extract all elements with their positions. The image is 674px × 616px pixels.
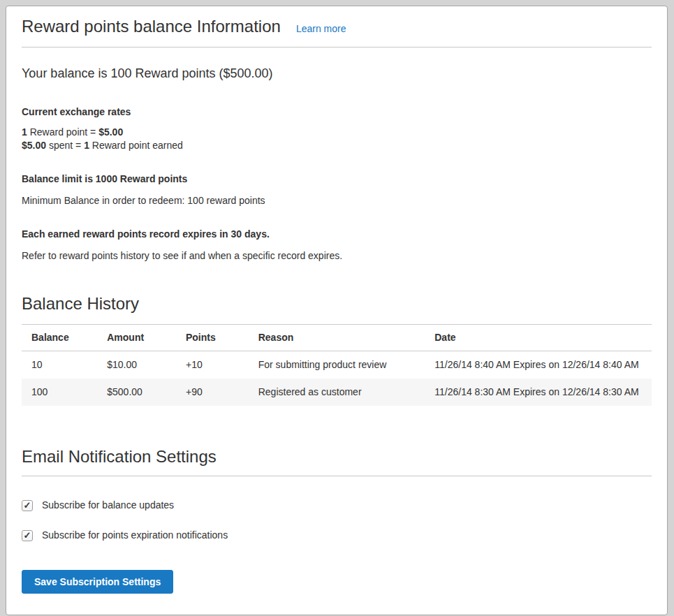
spend-rate-points: 1: [84, 140, 89, 151]
earn-rate-text: Reward point =: [27, 126, 98, 138]
cell-amount: $500.00: [97, 379, 176, 406]
column-header-amount: Amount: [97, 325, 176, 351]
save-subscription-settings-button[interactable]: Save Subscription Settings: [22, 570, 173, 594]
balance-updates-option: Subscribe for balance updates: [22, 499, 652, 512]
page-header: Reward points balance Information Learn …: [22, 16, 652, 47]
learn-more-link[interactable]: Learn more: [296, 23, 346, 34]
expiration-notifications-label[interactable]: Subscribe for points expiration notifica…: [42, 529, 228, 542]
table-row: 100 $500.00 +90 Registered as customer 1…: [22, 379, 652, 406]
reward-points-card: Reward points balance Information Learn …: [6, 6, 668, 615]
earn-rate-line: 1 Reward point = $5.00: [22, 126, 652, 139]
cell-balance: 100: [22, 379, 97, 406]
cell-points: +10: [176, 351, 249, 379]
column-header-points: Points: [176, 325, 249, 351]
page-title: Reward points balance Information: [22, 16, 281, 37]
spend-rate-text: spent =: [46, 140, 84, 151]
balance-history-table: Balance Amount Points Reason Date 10 $10…: [22, 324, 652, 406]
table-body: 10 $10.00 +10 For submitting product rev…: [22, 351, 652, 406]
expiration-notifications-checkbox[interactable]: [22, 530, 33, 541]
column-header-reason: Reason: [249, 325, 425, 351]
cell-points: +90: [176, 379, 249, 406]
balance-summary: Your balance is 100 Reward points ($500.…: [22, 64, 652, 82]
cell-date: 11/26/14 8:40 AM Expires on 12/26/14 8:4…: [425, 351, 652, 379]
exchange-rates-heading: Current exchange rates: [22, 105, 652, 119]
cell-amount: $10.00: [97, 351, 176, 379]
spend-rate-value: $5.00: [22, 140, 46, 151]
spend-rate-line: $5.00 spent = 1 Reward point earned: [22, 139, 652, 152]
cell-reason: For submitting product review: [249, 351, 425, 379]
balance-history-heading: Balance History: [22, 293, 652, 314]
email-settings-heading: Email Notification Settings: [22, 446, 652, 467]
table-row: 10 $10.00 +10 For submitting product rev…: [22, 351, 652, 379]
table-header-row: Balance Amount Points Reason Date: [22, 325, 652, 351]
expiration-hint: Refer to reward points history to see if…: [22, 249, 652, 263]
column-header-balance: Balance: [22, 325, 97, 351]
cell-reason: Registered as customer: [249, 379, 425, 406]
minimum-balance-note: Minimum Balance in order to redeem: 100 …: [22, 193, 652, 207]
earn-rate-value: $5.00: [98, 126, 123, 138]
earn-rate-points: 1: [22, 126, 27, 138]
balance-updates-label[interactable]: Subscribe for balance updates: [42, 499, 174, 512]
balance-limit-note: Balance limit is 1000 Reward points: [22, 172, 652, 186]
exchange-rates-section: Current exchange rates 1 Reward point = …: [22, 105, 652, 152]
expiration-notifications-option: Subscribe for points expiration notifica…: [22, 529, 652, 542]
balance-updates-checkbox[interactable]: [22, 500, 33, 511]
cell-balance: 10: [22, 351, 97, 379]
cell-date: 11/26/14 8:30 AM Expires on 12/26/14 8:3…: [425, 379, 652, 406]
email-settings-header: Email Notification Settings: [22, 446, 652, 476]
expiration-notice: Each earned reward points record expires…: [22, 227, 652, 241]
column-header-date: Date: [425, 325, 652, 351]
spend-rate-suffix: Reward point earned: [89, 140, 183, 151]
table-header: Balance Amount Points Reason Date: [22, 325, 652, 351]
